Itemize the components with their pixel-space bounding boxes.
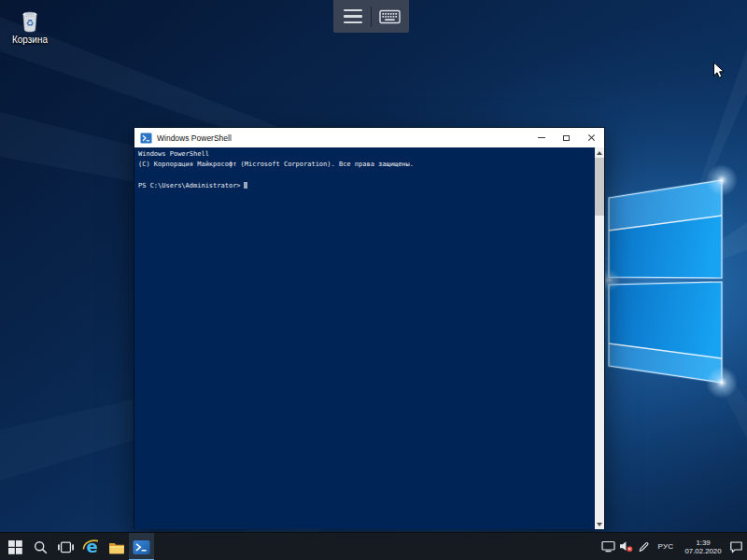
console-output[interactable]: Windows PowerShell (C) Корпорация Майкро…	[134, 147, 604, 529]
minimize-button[interactable]	[529, 128, 554, 147]
window-title: Windows PowerShell	[157, 133, 529, 143]
scroll-up-icon	[597, 151, 602, 155]
task-view-icon	[58, 541, 74, 553]
console-prompt: PS C:\Users\Administrator>	[138, 182, 241, 189]
recycle-bin-icon: ♻	[16, 6, 44, 34]
network-tray-button[interactable]	[600, 533, 616, 560]
search-button[interactable]	[28, 533, 53, 560]
scrollbar-thumb[interactable]	[595, 158, 604, 216]
minimize-icon	[538, 137, 545, 138]
powershell-icon	[133, 539, 150, 555]
file-explorer-button[interactable]	[104, 533, 129, 560]
console-line: Windows PowerShell	[138, 149, 591, 160]
volume-tray-button[interactable]	[618, 533, 634, 560]
scroll-down-button[interactable]	[595, 519, 604, 529]
menu-button[interactable]	[335, 0, 371, 33]
taskbar: e	[0, 532, 747, 560]
hamburger-menu-icon	[344, 9, 362, 23]
maximize-icon	[563, 135, 570, 141]
powershell-icon	[140, 133, 152, 144]
windows-start-icon	[8, 540, 22, 554]
recycle-bin[interactable]: ♻ Корзина	[2, 6, 58, 45]
close-button[interactable]	[579, 128, 604, 147]
internet-explorer-icon: e	[82, 538, 101, 556]
vm-console-toolbar	[333, 0, 409, 33]
clock[interactable]: 1:39 07.02.2020	[680, 533, 726, 560]
mouse-cursor	[712, 62, 726, 80]
task-view-button[interactable]	[53, 533, 78, 560]
pen-icon	[638, 540, 650, 553]
keyboard-button[interactable]	[372, 0, 407, 33]
keyboard-icon	[379, 9, 401, 24]
console-prompt-line: PS C:\Users\Administrator>	[138, 181, 591, 191]
language-indicator[interactable]: РУС	[654, 533, 678, 560]
console-scrollbar[interactable]	[595, 147, 604, 529]
volume-muted-icon	[619, 540, 633, 553]
start-button[interactable]	[3, 533, 28, 560]
svg-text:♻: ♻	[26, 18, 35, 28]
action-center-icon	[729, 540, 743, 553]
scroll-down-icon	[597, 523, 602, 526]
desktop: ♻ Корзина Win	[0, 0, 747, 560]
window-controls	[529, 128, 604, 147]
internet-explorer-button[interactable]: e	[78, 533, 104, 560]
maximize-button[interactable]	[554, 128, 579, 147]
network-icon	[601, 540, 615, 553]
console-line	[138, 171, 591, 181]
action-center-button[interactable]	[728, 533, 744, 560]
powershell-taskbar-button[interactable]	[129, 533, 154, 560]
window-titlebar[interactable]: Windows PowerShell	[134, 128, 604, 147]
scroll-up-button[interactable]	[595, 147, 604, 158]
recycle-bin-label: Корзина	[12, 35, 48, 45]
console-cursor	[244, 182, 247, 189]
pen-tray-button[interactable]	[636, 533, 652, 560]
clock-date: 07.02.2020	[684, 547, 721, 555]
system-tray: РУС 1:39 07.02.2020	[600, 533, 747, 560]
close-icon	[587, 133, 596, 142]
clock-time: 1:39	[696, 539, 710, 547]
folder-icon	[108, 540, 125, 554]
console-line: (C) Корпорация Майкрософт (Microsoft Cor…	[138, 160, 591, 170]
search-icon	[34, 540, 48, 554]
powershell-window: Windows PowerShell Windows PowerShell (C…	[134, 127, 605, 529]
